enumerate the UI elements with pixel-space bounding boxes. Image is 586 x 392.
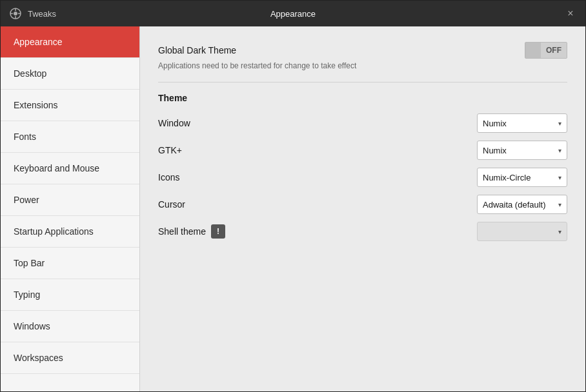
sidebar-item-power[interactable]: Power bbox=[1, 184, 139, 216]
chevron-down-icon: ▾ bbox=[558, 201, 561, 208]
sidebar-item-typing[interactable]: Typing bbox=[1, 279, 139, 311]
divider bbox=[158, 82, 567, 83]
window-theme-label: Window bbox=[158, 118, 190, 128]
sidebar-item-startup[interactable]: Startup Applications bbox=[1, 216, 139, 248]
gtk-theme-value: Numix bbox=[483, 146, 507, 155]
sidebar-item-keyboard[interactable]: Keyboard and Mouse bbox=[1, 153, 139, 184]
global-dark-theme-label: Global Dark Theme bbox=[158, 45, 236, 55]
sidebar-label-keyboard: Keyboard and Mouse bbox=[14, 163, 99, 173]
sidebar-label-power: Power bbox=[14, 195, 39, 205]
sidebar-label-typing: Typing bbox=[14, 289, 40, 300]
sidebar-label-desktop: Desktop bbox=[14, 68, 46, 79]
icons-theme-row: Icons Numix-Circle ▾ bbox=[158, 168, 567, 187]
theme-section-heading: Theme bbox=[158, 93, 567, 103]
warning-icon: ! bbox=[211, 224, 225, 239]
sidebar-item-windows[interactable]: Windows bbox=[1, 311, 139, 342]
sidebar-item-desktop[interactable]: Desktop bbox=[1, 58, 139, 90]
toggle-switch[interactable] bbox=[525, 43, 541, 58]
global-dark-theme-row: Global Dark Theme OFF bbox=[158, 42, 567, 59]
sidebar-label-windows: Windows bbox=[14, 321, 50, 331]
cursor-theme-dropdown[interactable]: Adwaita (default) ▾ bbox=[477, 195, 567, 214]
sidebar-item-topbar[interactable]: Top Bar bbox=[1, 248, 139, 279]
titlebar: Tweaks Appearance × bbox=[1, 1, 585, 26]
chevron-down-icon: ▾ bbox=[558, 120, 561, 127]
main-window: Tweaks Appearance × Appearance Desktop E… bbox=[0, 0, 586, 392]
chevron-down-icon: ▾ bbox=[558, 147, 561, 154]
sidebar-item-fonts[interactable]: Fonts bbox=[1, 121, 139, 153]
shell-theme-dropdown[interactable]: ▾ bbox=[477, 222, 567, 241]
cursor-theme-value: Adwaita (default) bbox=[483, 200, 546, 210]
sidebar-label-topbar: Top Bar bbox=[14, 258, 45, 268]
content-area: Appearance Desktop Extensions Fonts Keyb… bbox=[1, 26, 585, 391]
sidebar-label-extensions: Extensions bbox=[14, 100, 57, 110]
sidebar-item-extensions[interactable]: Extensions bbox=[1, 90, 139, 121]
sidebar-label-workspaces: Workspaces bbox=[14, 353, 63, 363]
close-button[interactable]: × bbox=[563, 6, 578, 21]
sidebar-label-fonts: Fonts bbox=[14, 132, 36, 142]
sidebar-label-appearance: Appearance bbox=[14, 37, 63, 47]
chevron-down-icon: ▾ bbox=[558, 174, 561, 181]
dark-theme-toggle[interactable]: OFF bbox=[525, 42, 567, 59]
icons-theme-value: Numix-Circle bbox=[483, 173, 530, 182]
sidebar: Appearance Desktop Extensions Fonts Keyb… bbox=[1, 26, 140, 391]
gtk-theme-label: GTK+ bbox=[158, 145, 182, 155]
sidebar-item-appearance[interactable]: Appearance bbox=[1, 26, 139, 58]
main-content: Global Dark Theme OFF Applications need … bbox=[140, 26, 585, 391]
app-name: Tweaks bbox=[28, 9, 56, 19]
icons-theme-dropdown[interactable]: Numix-Circle ▾ bbox=[477, 168, 567, 187]
global-dark-theme-subtitle: Applications need to be restarted for ch… bbox=[158, 61, 567, 70]
gtk-theme-dropdown[interactable]: Numix ▾ bbox=[477, 141, 567, 160]
gtk-theme-row: GTK+ Numix ▾ bbox=[158, 141, 567, 160]
shell-theme-row: Shell theme ! ▾ bbox=[158, 222, 567, 241]
window-title: Appearance bbox=[270, 9, 316, 19]
toggle-off-label: OFF bbox=[541, 43, 567, 58]
shell-theme-label: Shell theme bbox=[158, 226, 206, 237]
cursor-theme-label: Cursor bbox=[158, 199, 185, 210]
app-icon bbox=[8, 6, 23, 21]
svg-point-1 bbox=[14, 12, 17, 15]
shell-theme-left: Shell theme ! bbox=[158, 224, 225, 239]
sidebar-label-startup: Startup Applications bbox=[14, 226, 94, 237]
window-theme-value: Numix bbox=[483, 119, 507, 128]
sidebar-item-workspaces[interactable]: Workspaces bbox=[1, 342, 139, 374]
cursor-theme-row: Cursor Adwaita (default) ▾ bbox=[158, 195, 567, 214]
window-theme-row: Window Numix ▾ bbox=[158, 113, 567, 133]
icons-theme-label: Icons bbox=[158, 172, 179, 182]
chevron-down-icon: ▾ bbox=[558, 228, 561, 235]
window-theme-dropdown[interactable]: Numix ▾ bbox=[477, 113, 567, 133]
